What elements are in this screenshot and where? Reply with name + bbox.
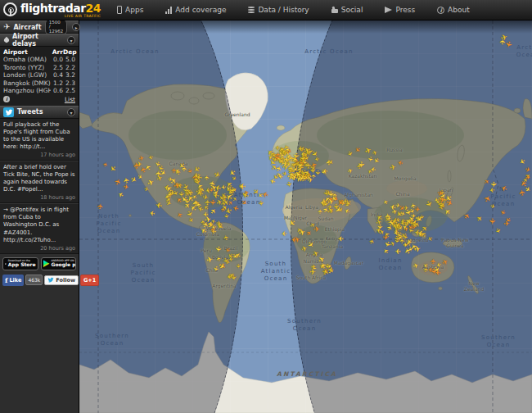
- aircraft-icon[interactable]: ✈: [293, 236, 301, 245]
- tweet-item[interactable]: → @Pontifex is in flight from Cuba to Wa…: [0, 203, 79, 253]
- chevron-down-icon[interactable]: ▾: [67, 36, 75, 44]
- aircraft-icon[interactable]: ✈: [214, 246, 222, 253]
- aircraft-icon[interactable]: ✈: [475, 215, 484, 224]
- nav-item-press[interactable]: Press: [385, 6, 415, 14]
- aircraft-icon[interactable]: ✈: [147, 154, 154, 161]
- tweet-item[interactable]: Full playback of the Pope's flight from …: [0, 119, 79, 161]
- aircraft-icon[interactable]: ✈: [155, 170, 163, 178]
- aircraft-icon[interactable]: ✈: [367, 167, 374, 175]
- aircraft-icon[interactable]: ✈: [313, 226, 320, 234]
- aircraft-icon[interactable]: ✈: [97, 202, 105, 210]
- nav-item-apps[interactable]: Apps: [117, 6, 143, 14]
- aircraft-icon[interactable]: ✈: [368, 238, 376, 245]
- airport-delay-row[interactable]: Hangzhou (HGH)0.62.5: [3, 87, 75, 95]
- aircraft-icon[interactable]: ✈: [489, 203, 496, 211]
- aircraft-icon[interactable]: ✈: [389, 162, 396, 171]
- aircraft-icon[interactable]: ✈: [298, 154, 307, 162]
- aircraft-icon[interactable]: ✈: [205, 255, 214, 264]
- aircraft-icon[interactable]: ✈: [108, 164, 118, 174]
- airport-delay-row[interactable]: Omaha (OMA)0.05.0: [3, 56, 75, 64]
- aircraft-icon[interactable]: ✈: [236, 264, 241, 269]
- signal-bars-icon: [165, 7, 172, 14]
- aircraft-icon[interactable]: ✈: [211, 266, 219, 272]
- aircraft-icon[interactable]: ✈: [412, 261, 419, 270]
- aircraft-icon[interactable]: ✈: [344, 207, 350, 215]
- aircraft-icon[interactable]: ✈: [500, 183, 508, 192]
- aircraft-icon[interactable]: ✈: [356, 161, 365, 168]
- app-store-badge[interactable]: Download on the App Store: [2, 257, 38, 270]
- aircraft-icon[interactable]: ✈: [404, 205, 409, 211]
- aircraft-icon[interactable]: ✈: [337, 235, 343, 243]
- aircraft-icon[interactable]: ✈: [524, 166, 531, 174]
- tweets-panel-header[interactable]: Tweets ▾: [0, 106, 79, 119]
- aircraft-icon[interactable]: ✈: [441, 257, 450, 266]
- aircraft-icon[interactable]: ✈: [343, 197, 349, 204]
- aircraft-icon[interactable]: ✈: [487, 218, 495, 225]
- aircraft-icon[interactable]: ✈: [347, 167, 354, 175]
- aircraft-icon[interactable]: ✈: [322, 168, 329, 175]
- aircraft-icon[interactable]: ✈: [397, 158, 404, 166]
- aircraft-icon[interactable]: ✈: [517, 157, 525, 166]
- aircraft-icon[interactable]: ✈: [503, 220, 510, 227]
- chevron-right-icon[interactable]: ▸: [72, 23, 80, 31]
- aircraft-panel-header[interactable]: ✈ Aircraft 1500 / 12962 ▸: [0, 20, 79, 34]
- aircraft-icon[interactable]: ✈: [394, 247, 401, 255]
- airport-delay-row[interactable]: London (LGW)0.43.2: [3, 71, 75, 79]
- aircraft-icon[interactable]: ✈: [518, 188, 527, 196]
- list-link[interactable]: List: [65, 96, 75, 103]
- aircraft-icon[interactable]: ✈: [155, 200, 163, 209]
- aircraft-icon[interactable]: ✈: [489, 187, 495, 194]
- aircraft-icon[interactable]: ✈: [257, 200, 264, 206]
- aircraft-icon[interactable]: ✈: [209, 206, 219, 216]
- aircraft-icon[interactable]: ✈: [277, 173, 283, 179]
- aircraft-icon[interactable]: ✈: [382, 197, 390, 204]
- facebook-like-button[interactable]: f Like: [2, 275, 24, 286]
- aircraft-icon[interactable]: ✈: [133, 161, 142, 170]
- nav-item-about[interactable]: i About: [437, 6, 470, 14]
- aircraft-icon[interactable]: ✈: [310, 264, 316, 270]
- flightradar24-logo[interactable]: flightradar24 LIVE AIR TRAFFIC: [0, 1, 106, 19]
- aircraft-icon[interactable]: ✈: [429, 258, 436, 264]
- aircraft-icon[interactable]: ✈: [273, 154, 282, 161]
- aircraft-icon[interactable]: ✈: [345, 150, 354, 157]
- aircraft-icon[interactable]: ✈: [285, 180, 293, 188]
- aircraft-icon[interactable]: ✈: [239, 182, 246, 190]
- nav-item-social[interactable]: Social: [331, 6, 363, 14]
- tweet-item[interactable]: After a brief hold over Tick Bite, NC, t…: [0, 161, 79, 203]
- aircraft-icon[interactable]: ✈: [283, 155, 290, 162]
- info-icon[interactable]: i: [3, 96, 10, 102]
- aircraft-icon[interactable]: ✈: [354, 146, 363, 155]
- chevron-down-icon[interactable]: ▾: [67, 108, 75, 116]
- aircraft-icon[interactable]: ✈: [149, 210, 156, 217]
- aircraft-icon[interactable]: ✈: [503, 40, 513, 49]
- nav-item-add-coverage[interactable]: Add coverage: [165, 6, 226, 14]
- aircraft-icon[interactable]: ✈: [187, 216, 195, 225]
- aircraft-icon[interactable]: ✈: [327, 266, 334, 273]
- aircraft-icon[interactable]: ✈: [287, 218, 297, 228]
- airport-delays-panel-header[interactable]: Airport delays ▾: [0, 34, 79, 47]
- world-map[interactable]: Arctic OceanArctic OceanArctic OceanNort…: [79, 20, 532, 413]
- aircraft-icon[interactable]: ✈: [494, 227, 502, 234]
- google-plus-one-button[interactable]: G+1: [80, 275, 99, 286]
- aircraft-icon[interactable]: ✈: [143, 185, 150, 193]
- aircraft-icon[interactable]: ✈: [207, 220, 213, 228]
- airport-delay-row[interactable]: Toronto (YYZ)2.52.2: [3, 64, 75, 72]
- aircraft-icon[interactable]: ✈: [423, 199, 433, 209]
- nav-item-data-history[interactable]: Data / History: [248, 6, 309, 14]
- aircraft-icon[interactable]: ✈: [176, 211, 184, 219]
- aircraft-icon[interactable]: ✈: [402, 234, 409, 240]
- aircraft-icon[interactable]: ✈: [282, 230, 287, 238]
- aircraft-icon[interactable]: ✈: [304, 161, 313, 168]
- google-play-badge[interactable]: ANDROID APP ON Google play: [41, 257, 77, 270]
- twitter-follow-button[interactable]: Follow: [44, 275, 79, 285]
- aircraft-icon[interactable]: ✈: [222, 234, 229, 241]
- aircraft-icon[interactable]: ✈: [117, 190, 124, 198]
- aircraft-icon[interactable]: ✈: [389, 202, 396, 211]
- aircraft-icon[interactable]: ✈: [213, 170, 222, 180]
- aircraft-icon[interactable]: ✈: [462, 212, 472, 221]
- aircraft-icon[interactable]: ✈: [232, 204, 239, 212]
- aircraft-icon[interactable]: ✈: [123, 183, 129, 190]
- airport-delay-row[interactable]: Bangkok (DMK)1.22.3: [3, 79, 75, 88]
- aircraft-icon[interactable]: ✈: [241, 190, 250, 200]
- aircraft-icon[interactable]: ✈: [305, 229, 313, 238]
